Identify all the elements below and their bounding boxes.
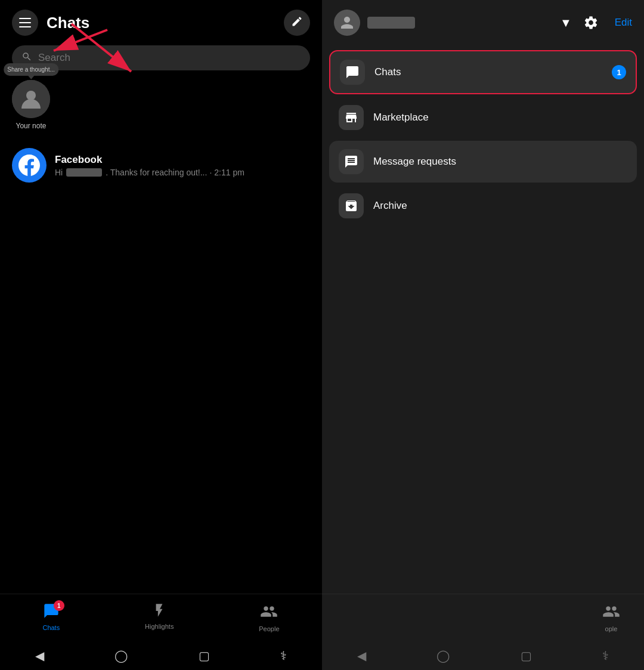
profile-avatar	[334, 10, 360, 36]
chat-preview: Hi . Thanks for reaching out!... · 2:11 …	[55, 168, 310, 177]
profile-name-redacted	[367, 17, 415, 29]
android-home-btn-right[interactable]: ◯	[436, 649, 450, 663]
people-right-label: ople	[605, 625, 618, 632]
people-icon-right	[602, 603, 620, 623]
menu-list: Chats 1 Marketplace Message requests	[322, 45, 644, 231]
android-home-btn[interactable]: ◯	[114, 649, 128, 663]
nav-item-chats[interactable]: 1 Chats	[42, 603, 60, 631]
menu-item-chats[interactable]: Chats 1	[329, 50, 637, 94]
nav-item-people[interactable]: People	[259, 603, 279, 632]
chats-nav-label: Chats	[42, 624, 60, 631]
left-panel: Chats Share a thought...	[0, 0, 322, 670]
chat-time: ·	[209, 168, 212, 177]
chat-name: Facebook	[55, 154, 310, 166]
right-nav-people[interactable]: ople	[602, 603, 620, 632]
archive-icon	[339, 193, 364, 218]
android-back-btn-right[interactable]: ◀	[357, 649, 366, 663]
notes-row: Share a thought... Your note	[0, 80, 322, 130]
chat-info: Facebook Hi . Thanks for reaching out!..…	[55, 154, 310, 177]
your-note-item[interactable]: Share a thought... Your note	[12, 80, 50, 130]
android-accessibility-btn[interactable]: ⚕	[280, 649, 287, 663]
right-panel: ▼ Edit Chats 1 Marketp	[322, 0, 644, 670]
chevron-down-icon[interactable]: ▼	[560, 16, 572, 30]
marketplace-icon	[339, 105, 364, 130]
message-requests-label: Message requests	[373, 156, 627, 168]
menu-item-archive[interactable]: Archive	[329, 185, 637, 227]
right-header: ▼ Edit	[322, 0, 644, 45]
message-requests-icon	[339, 149, 364, 174]
people-nav-icon	[260, 603, 278, 623]
hamburger-icon	[19, 18, 31, 27]
chat-nav-icon: 1	[43, 603, 60, 622]
facebook-logo-icon	[18, 155, 40, 176]
redacted-name	[66, 168, 102, 177]
right-bottom-nav: ople	[322, 594, 644, 641]
pencil-icon	[291, 16, 303, 30]
android-accessibility-btn-right[interactable]: ⚕	[602, 649, 609, 663]
people-icon	[260, 603, 278, 620]
people-nav-label: People	[259, 625, 279, 632]
highlights-icon	[151, 603, 167, 620]
compose-button[interactable]	[284, 10, 310, 36]
chats-title: Chats	[47, 14, 284, 32]
android-nav-left: ◀ ◯ ▢ ⚕	[0, 641, 322, 670]
menu-item-message-requests[interactable]: Message requests	[329, 141, 637, 183]
chat-list: Facebook Hi . Thanks for reaching out!..…	[0, 142, 322, 594]
share-thought-bubble: Share a thought...	[4, 63, 58, 76]
gear-icon	[583, 15, 599, 30]
bottom-nav: 1 Chats Highlights People	[0, 594, 322, 641]
edit-button[interactable]: Edit	[615, 17, 632, 29]
marketplace-menu-label: Marketplace	[373, 112, 627, 123]
table-row[interactable]: Facebook Hi . Thanks for reaching out!..…	[0, 142, 322, 189]
highlights-nav-label: Highlights	[145, 623, 174, 630]
android-back-btn[interactable]: ◀	[35, 649, 44, 663]
svg-point-3	[26, 91, 36, 100]
profile-silhouette-icon	[338, 14, 356, 32]
archive-menu-label: Archive	[373, 200, 627, 212]
person-silhouette-icon	[19, 87, 43, 111]
menu-button[interactable]	[12, 10, 38, 36]
nav-item-highlights[interactable]: Highlights	[145, 603, 174, 630]
lightning-icon	[151, 603, 167, 618]
your-note-label: Your note	[16, 122, 47, 130]
search-icon	[21, 51, 32, 64]
search-input[interactable]	[38, 52, 301, 64]
chats-nav-badge: 1	[54, 600, 64, 611]
chat-menu-icon	[340, 60, 365, 85]
people-right-icon	[602, 603, 620, 620]
settings-button[interactable]	[579, 11, 603, 35]
android-recents-btn-right[interactable]: ▢	[521, 649, 532, 663]
facebook-avatar	[12, 148, 47, 183]
android-nav-right: ◀ ◯ ▢ ⚕	[322, 641, 644, 670]
menu-item-marketplace[interactable]: Marketplace	[329, 97, 637, 138]
your-note-avatar: Share a thought...	[12, 80, 50, 118]
chats-badge: 1	[612, 65, 626, 79]
chats-menu-label: Chats	[374, 66, 602, 78]
right-spacer	[322, 231, 644, 594]
left-header: Chats	[0, 0, 322, 43]
android-recents-btn[interactable]: ▢	[199, 649, 210, 663]
